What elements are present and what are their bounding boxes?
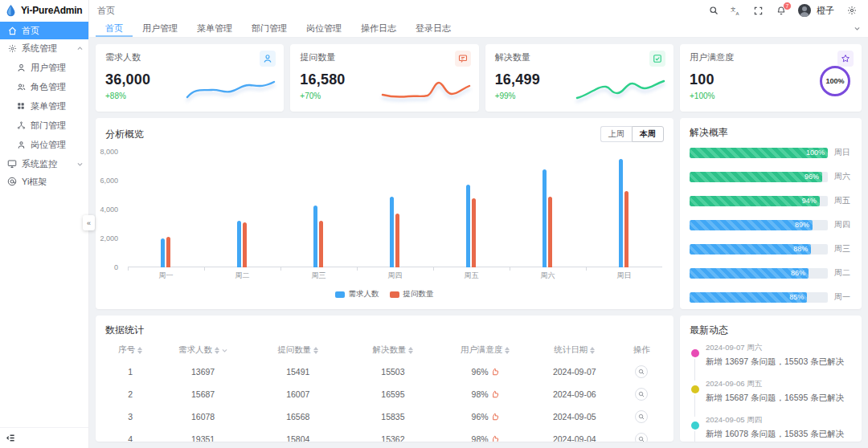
cell-questions: 16568 xyxy=(251,405,346,428)
cell-index: 2 xyxy=(105,383,156,405)
translate-icon[interactable]: 文A xyxy=(731,6,741,16)
chart-legend: 需求人数提问数量 xyxy=(96,289,674,299)
at-icon xyxy=(7,177,17,186)
sidebar-item-label: 用户管理 xyxy=(31,62,66,74)
sort-icon[interactable] xyxy=(505,347,510,354)
column-header-序号[interactable]: 序号 xyxy=(105,340,156,360)
sidebar-item-用户管理[interactable]: 用户管理 xyxy=(0,59,88,76)
search-icon[interactable] xyxy=(708,6,719,16)
person-badge-icon xyxy=(16,140,26,149)
avatar[interactable] xyxy=(798,4,811,17)
sidebar-item-系统管理[interactable]: 系统管理 xyxy=(0,39,88,57)
bar-需求人数[interactable] xyxy=(313,206,317,267)
sort-icon[interactable] xyxy=(408,347,413,354)
chevron-down-icon xyxy=(76,161,84,168)
solve-rate-row-周六: 96%周六 xyxy=(690,171,854,182)
tab-岗位管理[interactable]: 岗位管理 xyxy=(297,21,351,37)
svg-text:A: A xyxy=(736,11,739,16)
solve-rate-row-周四: 89%周四 xyxy=(690,219,854,230)
fullscreen-icon[interactable] xyxy=(753,6,764,16)
bell-icon[interactable]: 7 xyxy=(776,6,786,16)
bar-需求人数[interactable] xyxy=(390,197,394,267)
sidebar-item-菜单管理[interactable]: 菜单管理 xyxy=(0,97,88,115)
column-header-需求人数[interactable]: 需求人数 xyxy=(156,340,251,360)
bar-提问数量[interactable] xyxy=(166,237,170,267)
row-view-button[interactable] xyxy=(635,433,648,442)
tree-icon xyxy=(16,120,26,130)
sidebar-item-Yi框架[interactable]: Yi框架 xyxy=(0,173,88,190)
tab-部门管理[interactable]: 部门管理 xyxy=(242,21,297,37)
username[interactable]: 橙子 xyxy=(817,5,834,17)
sidebar-collapse-handle[interactable]: « xyxy=(83,215,95,230)
progress-track: 96% xyxy=(690,172,828,182)
tab-菜单管理[interactable]: 菜单管理 xyxy=(187,21,242,37)
users-icon xyxy=(16,82,26,92)
tab-登录日志[interactable]: 登录日志 xyxy=(406,21,461,37)
bar-需求人数[interactable] xyxy=(237,221,241,267)
bar-group-周日 xyxy=(619,159,628,267)
sidebar-item-label: Yi框架 xyxy=(22,176,47,188)
gear-icon xyxy=(7,43,17,53)
bar-需求人数[interactable] xyxy=(542,169,547,267)
latest-activity-title: 最新动态 xyxy=(690,324,728,337)
bar-提问数量[interactable] xyxy=(472,198,476,267)
sidebar-item-部门管理[interactable]: 部门管理 xyxy=(0,116,88,134)
timeline-dot xyxy=(691,349,699,357)
toggle-上周[interactable]: 上周 xyxy=(600,126,632,142)
bar-需求人数[interactable] xyxy=(466,185,470,267)
progress-label: 85% xyxy=(789,293,804,301)
collapse-menu-icon[interactable] xyxy=(6,434,15,442)
tab-用户管理[interactable]: 用户管理 xyxy=(133,21,187,37)
sidebar-item-系统监控[interactable]: 系统监控 xyxy=(0,155,88,173)
progress-label: 96% xyxy=(805,173,819,181)
sort-icon[interactable] xyxy=(313,347,318,354)
chat-icon xyxy=(455,51,471,67)
cell-solved: 16595 xyxy=(346,383,440,405)
chevron-up-icon xyxy=(76,45,84,52)
toggle-本周[interactable]: 本周 xyxy=(632,126,664,142)
sidebar-item-岗位管理[interactable]: 岗位管理 xyxy=(0,136,88,153)
bar-group-周三 xyxy=(313,206,323,267)
column-header-提问数量[interactable]: 提问数量 xyxy=(251,340,346,360)
tab-首页[interactable]: 首页 xyxy=(96,21,133,37)
brand[interactable]: Yi-PureAdmin xyxy=(0,0,88,21)
bar-提问数量[interactable] xyxy=(319,221,323,267)
column-header-解决数量[interactable]: 解决数量 xyxy=(346,340,440,360)
sort-icon[interactable] xyxy=(137,347,142,354)
sort-icon[interactable] xyxy=(215,347,219,354)
column-label: 解决数量 xyxy=(372,344,406,354)
legend-需求人数[interactable]: 需求人数 xyxy=(335,289,379,299)
gear-icon[interactable] xyxy=(846,6,857,16)
cell-date: 2024-09-06 xyxy=(530,383,619,405)
column-header-用户满意度[interactable]: 用户满意度 xyxy=(440,340,530,360)
tabs-dropdown-chevron-icon[interactable] xyxy=(854,25,862,33)
progress-fill: 89% xyxy=(690,220,813,230)
progress-fill: 96% xyxy=(690,172,822,182)
progress-track: 100% xyxy=(690,148,828,158)
stat-card-solved: 解决数量16,499+99% xyxy=(485,44,674,112)
row-view-button[interactable] xyxy=(635,365,648,378)
row-view-button[interactable] xyxy=(635,410,648,423)
progress-track: 86% xyxy=(690,268,828,279)
cell-satisfaction: 98% xyxy=(440,383,530,405)
sort-icon[interactable] xyxy=(590,347,595,354)
row-view-button[interactable] xyxy=(635,388,648,401)
week-toggle: 上周本周 xyxy=(600,126,664,142)
timeline: 2024-09-07 周六新增 13697 条问题，15503 条已解决2024… xyxy=(691,343,855,442)
legend-提问数量[interactable]: 提问数量 xyxy=(390,289,433,299)
column-header-统计日期[interactable]: 统计日期 xyxy=(530,340,619,360)
bar-提问数量[interactable] xyxy=(624,191,628,267)
filter-chevron-down-icon[interactable] xyxy=(221,347,227,353)
sidebar-item-首页[interactable]: 首页 xyxy=(0,22,88,39)
column-header-操作: 操作 xyxy=(619,340,664,360)
sidebar-item-角色管理[interactable]: 角色管理 xyxy=(0,78,88,96)
bar-提问数量[interactable] xyxy=(548,197,552,267)
top-bar: 首页 文A 7 橙子 xyxy=(89,0,868,21)
y-tick-label: 2,000 xyxy=(100,234,118,242)
bar-需求人数[interactable] xyxy=(161,238,165,267)
bar-提问数量[interactable] xyxy=(395,214,399,267)
tab-操作日志[interactable]: 操作日志 xyxy=(351,21,406,37)
bar-提问数量[interactable] xyxy=(243,222,247,267)
bar-需求人数[interactable] xyxy=(619,159,623,267)
progress-day-label: 周日 xyxy=(834,147,854,158)
